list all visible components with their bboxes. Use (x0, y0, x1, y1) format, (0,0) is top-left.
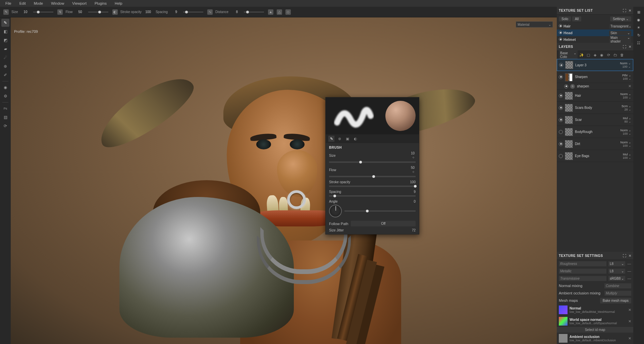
ao-mixing-select[interactable]: Multiply (604, 291, 631, 296)
log-icon[interactable]: ☷ (637, 41, 640, 45)
settings-tool[interactable]: ⚙ (1, 92, 9, 100)
mesh-map-item[interactable]: World space normallow_low_default...orld… (557, 316, 633, 327)
delete-icon[interactable]: 🗑 (619, 52, 625, 58)
size-jitter-value[interactable]: 72 (412, 228, 416, 232)
pin-icon[interactable]: ⟡ (411, 169, 416, 174)
size-value[interactable]: 10 (19, 10, 27, 14)
remove-map-icon[interactable]: ✕ (628, 319, 631, 324)
symmetry-z-icon[interactable]: ◇ (285, 9, 291, 15)
settings-button[interactable]: Settings ⌄ (610, 16, 631, 21)
remove-channel-icon[interactable]: — (627, 269, 631, 273)
menu-file[interactable]: File (1, 0, 15, 6)
brush-tab-alpha-icon[interactable]: ⊗ (336, 136, 342, 142)
visibility-toggle[interactable] (559, 94, 563, 98)
size-slider[interactable] (33, 12, 53, 12)
brush-opacity-slider[interactable] (329, 186, 416, 187)
brush-opacity-value[interactable]: 100 (410, 180, 416, 184)
layer-opacity[interactable]: 100 ⌄ (623, 156, 631, 159)
angle-dial[interactable] (329, 205, 342, 217)
brush-spacing-value[interactable]: 9 (414, 190, 416, 194)
add-group-icon[interactable]: ⟳ (606, 52, 611, 58)
clone-tool[interactable]: ⊕ (1, 62, 9, 70)
remove-channel-icon[interactable]: — (627, 276, 631, 280)
shader-select[interactable]: Transaprent⌄ (609, 24, 631, 28)
channel-select[interactable]: Base Colo⌄ (559, 51, 578, 59)
ps-export-icon[interactable]: Ps (1, 105, 9, 113)
projection-tool[interactable]: ◩ (1, 36, 9, 44)
add-fill-icon[interactable]: ◉ (599, 52, 604, 58)
brush-tab-stencil-icon[interactable]: ▣ (344, 136, 351, 142)
stroke-opacity-value[interactable]: 100 (143, 10, 151, 14)
brush-angle-value[interactable]: 0 (414, 200, 416, 203)
brush-size-value[interactable]: 10 (411, 151, 415, 155)
picker-tool[interactable]: ✐ (1, 71, 9, 79)
visibility-radio[interactable] (559, 31, 562, 34)
visibility-toggle[interactable] (559, 75, 563, 79)
normal-mixing-select[interactable]: Combine (604, 283, 631, 288)
visibility-toggle[interactable] (559, 106, 563, 110)
visibility-toggle[interactable] (559, 118, 563, 122)
maximize-icon[interactable]: ⛶ (623, 254, 627, 258)
bake-mesh-maps-button[interactable]: Bake mesh maps (600, 298, 631, 303)
close-icon[interactable]: ✕ (629, 9, 632, 12)
layer-name[interactable]: Layer 3 (575, 63, 620, 67)
mesh-map-item[interactable]: Normallow_low_defaultMat_MeshNormal✕ (557, 304, 633, 316)
layer-row[interactable]: HairNorm ⌄100 ⌄ (557, 90, 633, 102)
visibility-toggle[interactable] (559, 63, 563, 67)
blend-mode[interactable]: Pthr ⌄ (622, 74, 631, 77)
channel-format-select[interactable]: L8⌄ (608, 261, 625, 266)
remove-icon[interactable]: ✕ (628, 84, 631, 88)
viewport-3d[interactable]: Profile: rec709 Material⌄ (11, 17, 557, 344)
menu-plugins[interactable]: Plugins (91, 0, 111, 6)
distance-value[interactable]: 8 (230, 10, 238, 14)
spacing-slider[interactable] (183, 12, 203, 12)
blend-mode[interactable]: Mul ⌄ (623, 153, 631, 156)
visibility-toggle[interactable] (564, 84, 568, 88)
layer-name[interactable]: Sharpen (575, 75, 622, 79)
brush-flow-slider[interactable] (329, 176, 416, 177)
layer-row[interactable]: Eye BagsMul ⌄100 ⌄ (557, 150, 633, 162)
lighting-icon[interactable]: ☀ (637, 25, 640, 30)
symmetry-x-icon[interactable]: ▲ (268, 9, 273, 15)
texture-set-item[interactable]: HairTransaprent⌄ (557, 23, 633, 29)
layer-row[interactable]: Layer 3Norm ⌄100 ⌄ (557, 59, 633, 71)
folder-icon[interactable]: 🗀 (612, 52, 618, 58)
channel-format-select[interactable]: sRGB8⌄ (608, 276, 625, 281)
resource-icon[interactable]: ⟳ (1, 122, 9, 130)
layer-opacity[interactable]: 28 ⌄ (624, 108, 631, 111)
brush-angle-slider[interactable] (344, 210, 416, 212)
layer-name[interactable]: Scars Body (575, 106, 622, 110)
export-icon[interactable]: ▤ (1, 113, 9, 121)
layer-name[interactable]: BodyRough (575, 130, 621, 134)
brush-tab-brush-icon[interactable]: ✎ (328, 136, 334, 142)
brush-size-slider[interactable] (329, 161, 416, 163)
all-button[interactable]: All (572, 16, 581, 21)
brush-flow-value[interactable]: 50 (411, 166, 415, 169)
menu-mode[interactable]: Mode (30, 0, 47, 6)
channel-name[interactable]: Metallic (559, 269, 606, 274)
layer-name[interactable]: Scar (575, 118, 623, 122)
remove-channel-icon[interactable]: — (627, 262, 631, 266)
layer-row[interactable]: ScarMul ⌄80 ⌄ (557, 114, 633, 126)
layer-opacity[interactable]: 100 ⌄ (622, 65, 631, 68)
add-mask-icon[interactable]: ◈ (592, 52, 598, 58)
grid-view-icon[interactable]: ⊞ (637, 10, 640, 14)
menu-viewport[interactable]: Viewport (68, 0, 91, 6)
maximize-icon[interactable]: ⛶ (623, 9, 627, 12)
opacity-icon[interactable]: ◐ (112, 9, 118, 15)
blend-mode[interactable]: Norm ⌄ (620, 62, 631, 65)
preview-icon[interactable]: ◉ (637, 18, 640, 22)
layer-row[interactable]: Scars BodyScrn ⌄28 ⌄ (557, 102, 633, 114)
blend-mode[interactable]: Norm ⌄ (621, 129, 632, 132)
history-icon[interactable]: ↻ (637, 33, 640, 38)
spacing-value[interactable]: 9 (169, 10, 177, 14)
remove-map-icon[interactable]: ✕ (628, 336, 631, 341)
blend-mode[interactable]: Scrn ⌄ (622, 105, 631, 108)
distance-slider[interactable] (244, 12, 264, 12)
layer-opacity[interactable]: 100 ⌄ (623, 132, 631, 135)
add-layer-icon[interactable]: ▢ (586, 52, 591, 58)
blend-mode[interactable]: Mul ⌄ (623, 117, 631, 120)
symmetry-y-icon[interactable]: △ (277, 9, 282, 15)
layer-row[interactable]: BodyRoughNorm ⌄100 ⌄ (557, 126, 633, 138)
select-id-map-button[interactable]: Select id map (557, 327, 633, 333)
